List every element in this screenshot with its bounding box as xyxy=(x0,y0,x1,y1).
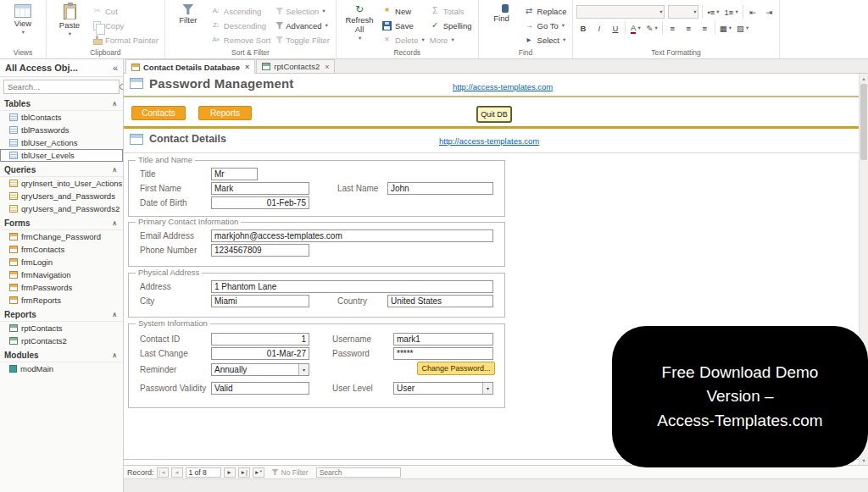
title-field[interactable] xyxy=(211,168,258,180)
align-center-button[interactable]: ≡ xyxy=(682,22,695,35)
change-password-button[interactable]: Change Password... xyxy=(417,362,495,375)
scroll-down-button[interactable]: ▼ xyxy=(860,456,868,465)
delete-button[interactable]: × Delete ▾ xyxy=(381,34,425,46)
chevron-down-icon[interactable]: ▾ xyxy=(298,364,309,375)
nav-section-reports[interactable]: Reports ∧ xyxy=(0,308,123,322)
collapse-pane-icon[interactable]: « xyxy=(113,63,118,73)
refresh-all-button[interactable]: ↻ Refresh All ▾ xyxy=(340,3,379,41)
contacts-button[interactable]: Contacts xyxy=(131,106,186,120)
nav-section-modules[interactable]: Modules ∧ xyxy=(0,349,123,362)
nav-item-tblUser_Levels[interactable]: tblUser_Levels xyxy=(0,149,123,162)
nav-section-tables[interactable]: Tables ∧ xyxy=(0,97,123,111)
go-to-button[interactable]: → Go To ▾ xyxy=(524,19,567,31)
nav-item-frmLogin[interactable]: frmLogin xyxy=(0,256,123,268)
advanced-button[interactable]: Advanced ▾ xyxy=(275,19,330,31)
first-name-field[interactable] xyxy=(211,182,309,195)
replace-button[interactable]: ⇄ Replace xyxy=(524,5,567,17)
font-name-combobox[interactable]: ▾ xyxy=(576,5,665,19)
password-field[interactable] xyxy=(393,347,493,360)
chevron-down-icon[interactable]: ▾ xyxy=(482,383,492,394)
nav-item-qryUsers_and_Passwords2[interactable]: qryUsers_and_Passwords2 xyxy=(0,202,123,215)
nav-item-frmNavigation[interactable]: frmNavigation xyxy=(0,268,123,281)
nav-item-rptContacts[interactable]: rptContacts xyxy=(0,322,123,334)
align-right-button[interactable]: ≡ xyxy=(698,22,711,35)
nav-section-queries[interactable]: Queries ∧ xyxy=(0,163,123,177)
selection-button[interactable]: Selection ▾ xyxy=(275,5,330,17)
nav-item-tblContacts[interactable]: tblContacts xyxy=(0,111,123,124)
new-record-ribbon-button[interactable]: * New xyxy=(381,5,425,17)
first-record-button[interactable]: |◄ xyxy=(157,467,169,478)
highlight-button[interactable]: ✎▾ xyxy=(645,22,658,35)
close-icon[interactable]: × xyxy=(325,63,329,71)
previous-record-button[interactable]: ◄ xyxy=(171,467,183,478)
nav-item-rptContacts2[interactable]: rptContacts2 xyxy=(0,334,123,347)
navigation-pane-header[interactable]: All Access Obj... « xyxy=(0,59,123,77)
italic-button[interactable]: I xyxy=(593,22,605,35)
view-button[interactable]: View ▾ xyxy=(3,3,42,36)
find-button[interactable]: Find xyxy=(482,3,521,24)
nav-item-frmReports[interactable]: frmReports xyxy=(0,294,123,307)
city-field[interactable] xyxy=(211,295,309,307)
ascending-button[interactable]: A↓ Ascending xyxy=(210,5,270,17)
tab-rptContacts2[interactable]: rptContacts2 × xyxy=(256,59,335,73)
nav-item-tblUser_Actions[interactable]: tblUser_Actions xyxy=(0,136,123,149)
scrollbar-thumb[interactable] xyxy=(860,84,867,160)
totals-button[interactable]: Σ Totals xyxy=(430,5,472,17)
nav-search-box[interactable] xyxy=(3,80,120,94)
cut-button[interactable]: ✂ Cut xyxy=(92,5,159,17)
reports-button[interactable]: Reports xyxy=(198,106,252,120)
nav-item-modMain[interactable]: modMain xyxy=(0,362,123,375)
email-address-field[interactable] xyxy=(211,229,493,242)
user-level-input[interactable] xyxy=(393,382,493,395)
nav-item-tblPasswords[interactable]: tblPasswords xyxy=(0,124,123,136)
tab-contact-details-database[interactable]: Contact Details Database × xyxy=(125,59,255,74)
reminder-input[interactable] xyxy=(211,363,309,376)
copy-button[interactable]: Copy xyxy=(92,19,159,31)
font-size-combobox[interactable]: ▾ xyxy=(668,5,698,19)
country-field[interactable] xyxy=(387,295,493,307)
paste-button[interactable]: Paste ▾ xyxy=(50,3,89,37)
phone-number-field[interactable] xyxy=(211,244,309,257)
header-link[interactable]: http://access-templates.com xyxy=(453,82,553,91)
user-level-combobox[interactable]: ▾ xyxy=(393,382,493,395)
spelling-button[interactable]: ✓ Spelling xyxy=(430,19,472,31)
background-color-button[interactable]: ▨▾ xyxy=(736,22,749,35)
toggle-filter-button[interactable]: Toggle Filter xyxy=(275,34,330,46)
record-search-input[interactable] xyxy=(316,467,401,478)
nav-item-frmPasswords[interactable]: frmPasswords xyxy=(0,281,123,294)
descending-button[interactable]: Z↓ Descending xyxy=(210,19,270,31)
subform-link[interactable]: http://access-templates.com xyxy=(439,136,539,146)
nav-item-frmContacts[interactable]: frmContacts xyxy=(0,243,123,256)
more-button[interactable]: More ▾ xyxy=(430,34,472,46)
last-record-button[interactable]: ►| xyxy=(238,467,250,478)
last-change-field[interactable] xyxy=(211,347,309,360)
font-color-button[interactable]: A▾ xyxy=(629,22,642,35)
increase-indent-button[interactable]: ⇥ xyxy=(763,6,776,19)
bullet-list-button[interactable]: •≡▾ xyxy=(706,6,720,19)
nav-section-forms[interactable]: Forms ∧ xyxy=(0,217,123,230)
last-name-field[interactable] xyxy=(387,182,493,195)
contact-id-field[interactable] xyxy=(211,333,309,346)
nav-item-frmChange_Password[interactable]: frmChange_Password xyxy=(0,230,123,243)
filter-indicator[interactable]: No Filter xyxy=(272,468,309,477)
nav-search-input[interactable] xyxy=(8,82,120,91)
save-button[interactable]: Save xyxy=(381,19,425,31)
gridlines-button[interactable]: ▦▾ xyxy=(719,22,732,35)
underline-button[interactable]: U xyxy=(609,22,621,35)
scroll-up-button[interactable]: ▲ xyxy=(860,74,868,83)
nav-item-qryInsert_into_User_Actions[interactable]: qryInsert_into_User_Actions xyxy=(0,177,123,190)
reminder-combobox[interactable]: ▾ xyxy=(211,363,309,376)
filter-button[interactable]: Filter xyxy=(169,3,208,25)
remove-sort-button[interactable]: A× Remove Sort xyxy=(210,34,270,46)
quit-db-button[interactable]: Quit DB xyxy=(477,107,511,122)
password-validity-field[interactable] xyxy=(211,382,309,395)
close-icon[interactable]: × xyxy=(245,63,249,71)
select-button[interactable]: ▸ Select ▾ xyxy=(524,34,567,46)
date-of-birth-field[interactable] xyxy=(211,196,309,209)
next-record-button[interactable]: ► xyxy=(224,467,236,478)
align-left-button[interactable]: ≡ xyxy=(666,22,679,35)
format-painter-button[interactable]: Format Painter xyxy=(92,34,159,46)
address-field[interactable] xyxy=(211,280,493,293)
username-field[interactable] xyxy=(393,333,493,346)
record-position-box[interactable]: 1 of 8 xyxy=(186,467,221,478)
